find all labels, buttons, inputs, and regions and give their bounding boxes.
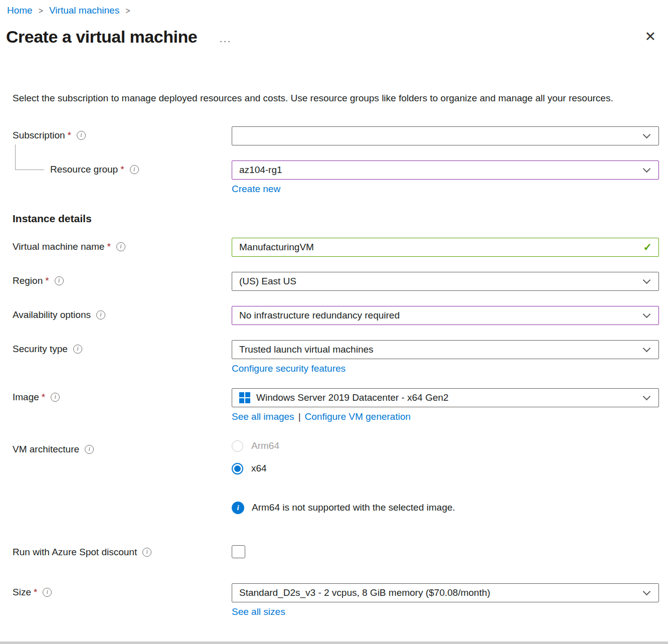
vm-architecture-row: VM architecture i Arm64 x64 [0,440,668,486]
azure-spot-label: Run with Azure Spot discount [13,547,137,558]
title-row: Create a virtual machine ··· ✕ [0,16,668,47]
region-value: (US) East US [239,276,296,287]
security-type-label: Security type [13,344,68,355]
info-icon[interactable]: i [55,276,64,285]
configure-security-features-link[interactable]: Configure security features [232,363,346,374]
required-marker: * [34,587,37,598]
image-label-group: Image * i [0,388,232,403]
resource-group-label: Resource group [50,164,118,175]
vm-name-input[interactable] [232,238,659,257]
resource-group-row: Resource group * i az104-rg1 [0,160,668,180]
info-icon[interactable]: i [116,242,125,251]
azure-spot-checkbox[interactable] [232,545,245,558]
vm-name-label: Virtual machine name [13,241,104,252]
more-options-icon[interactable]: ··· [219,35,231,47]
azure-spot-row: Run with Azure Spot discount i [0,543,668,560]
see-all-sizes-row: See all sizes [0,606,668,617]
subscription-label: Subscription [13,130,65,141]
security-type-dropdown[interactable]: Trusted launch virtual machines [232,340,659,359]
radio-x64[interactable] [232,463,243,474]
chevron-down-icon [643,587,651,595]
subscription-label-group: Subscription * i [0,126,232,141]
image-value: Windows Server 2019 Datacenter - x64 Gen… [256,392,448,403]
subscription-row: Subscription * i [0,126,668,145]
info-icon[interactable]: i [85,445,94,454]
vm-name-row: Virtual machine name * i ✓ [0,238,668,257]
availability-label-group: Availability options i [0,306,232,320]
see-all-images-link[interactable]: See all images [232,411,294,422]
size-dropdown[interactable]: Standard_D2s_v3 - 2 vcpus, 8 GiB memory … [232,583,659,602]
required-marker: * [120,164,124,175]
resource-group-dropdown[interactable]: az104-rg1 [232,160,659,180]
info-icon[interactable]: i [43,588,52,597]
radio-arm64 [232,440,243,452]
intro-text: Select the subscription to manage deploy… [13,91,654,106]
chevron-right-icon: > [125,7,130,16]
chevron-right-icon: > [39,7,43,16]
availability-options-label: Availability options [13,309,91,320]
required-marker: * [68,130,71,141]
size-label-group: Size * i [0,583,232,598]
region-dropdown[interactable]: (US) East US [232,272,659,291]
valid-check-icon: ✓ [643,241,652,253]
radio-x64-label: x64 [251,463,267,474]
configure-vm-generation-link[interactable]: Configure VM generation [305,411,411,422]
windows-logo-icon [239,392,250,403]
required-marker: * [42,392,45,403]
info-icon[interactable]: i [96,310,105,319]
image-label: Image [13,392,39,403]
configure-security-row: Configure security features [0,363,668,374]
azure-spot-label-group: Run with Azure Spot discount i [0,543,232,558]
breadcrumb-virtual-machines-link[interactable]: Virtual machines [49,5,119,16]
vm-architecture-label: VM architecture [13,444,79,455]
info-icon[interactable]: i [51,393,60,402]
see-all-sizes-link[interactable]: See all sizes [232,606,285,617]
info-icon[interactable]: i [142,548,151,557]
chevron-down-icon [643,130,651,138]
chevron-down-icon [643,310,651,318]
size-value: Standard_D2s_v3 - 2 vcpus, 8 GiB memory … [239,587,490,598]
resource-group-value: az104-rg1 [239,165,282,176]
chevron-down-icon [643,344,651,352]
size-label: Size [13,587,31,598]
footer-divider [0,641,668,644]
info-filled-icon: i [232,502,244,514]
page-title: Create a virtual machine [6,27,197,47]
radio-option-x64[interactable]: x64 [232,463,659,474]
instance-details-heading: Instance details [13,213,668,225]
chevron-down-icon [643,392,651,400]
security-type-label-group: Security type i [0,340,232,355]
availability-options-row: Availability options i No infrastructure… [0,306,668,325]
radio-arm64-label: Arm64 [251,440,279,451]
breadcrumb: Home > Virtual machines > [0,0,668,16]
radio-option-arm64: Arm64 [232,440,659,452]
availability-options-dropdown[interactable]: No infrastructure redundancy required [232,306,659,325]
image-dropdown[interactable]: Windows Server 2019 Datacenter - x64 Gen… [232,388,659,407]
info-banner: i Arm64 is not supported with the select… [232,501,659,514]
image-row: Image * i Windows Server 2019 Datacenter… [0,388,668,407]
vm-name-label-group: Virtual machine name * i [0,238,232,252]
arch-info-row: i Arm64 is not supported with the select… [0,501,668,514]
info-icon[interactable]: i [73,345,82,354]
breadcrumb-home-link[interactable]: Home [7,5,33,16]
chevron-down-icon [643,276,651,284]
close-icon[interactable]: ✕ [644,30,656,44]
create-new-link[interactable]: Create new [232,184,280,194]
create-new-row: Create new [0,184,668,195]
security-type-value: Trusted launch virtual machines [239,344,374,355]
chevron-down-icon [643,165,651,173]
vm-architecture-label-group: VM architecture i [0,440,232,455]
link-separator: | [298,411,301,422]
info-icon[interactable]: i [77,131,86,140]
subscription-dropdown[interactable] [232,126,659,145]
size-row: Size * i Standard_D2s_v3 - 2 vcpus, 8 Gi… [0,583,668,602]
info-banner-text: Arm64 is not supported with the selected… [252,502,455,513]
nesting-connector-line [15,144,44,170]
info-icon[interactable]: i [130,165,139,174]
basics-form: Subscription * i Resource group * i az10… [0,126,668,617]
region-label: Region [13,275,43,286]
availability-options-value: No infrastructure redundancy required [239,310,400,321]
required-marker: * [107,241,110,252]
resource-group-label-group: Resource group * i [0,160,232,175]
required-marker: * [45,275,49,286]
